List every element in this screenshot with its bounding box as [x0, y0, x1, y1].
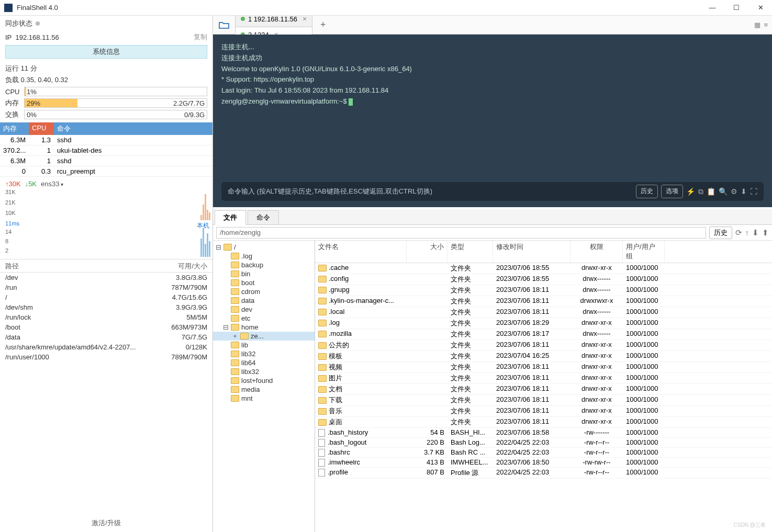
file-row[interactable]: .local文件夹2023/07/06 18:11drwx------1000/… [315, 307, 772, 318]
file-row[interactable]: 公共的文件夹2023/07/06 18:11drwxr-xr-x1000/100… [315, 340, 772, 351]
tree-item[interactable]: ⊟/ [213, 243, 315, 252]
disk-row[interactable]: /usr/share/kmre/update/amd64/v2.4-2207..… [0, 342, 212, 352]
tree-item[interactable]: bin [213, 269, 315, 278]
download-icon[interactable]: ⬇ [741, 186, 747, 197]
search-icon[interactable]: 🔍 [719, 186, 728, 197]
process-row[interactable]: 00.3rcu_preempt [0, 166, 212, 177]
path-input[interactable] [216, 227, 706, 239]
app-logo [4, 4, 13, 12]
disk-row[interactable]: /4.7G/15.6G [0, 292, 212, 302]
session-tabs: 1 192.168.11.56×2 1234× + ▦ ≡ [213, 16, 772, 35]
tree-item[interactable]: media [213, 385, 315, 394]
up-icon[interactable]: ↑ [745, 228, 749, 237]
tab-file[interactable]: 文件 [215, 210, 246, 225]
tree-item[interactable]: .log [213, 252, 315, 261]
folder-icon [231, 297, 239, 304]
tree-item[interactable]: cdrom [213, 287, 315, 296]
file-row[interactable]: .kylin-os-manager-c...文件夹2023/07/06 18:1… [315, 296, 772, 307]
folder-icon [318, 276, 327, 282]
disk-row[interactable]: /dev3.8G/3.8G [0, 273, 212, 282]
file-icon [318, 459, 325, 467]
bolt-icon[interactable]: ⚡ [686, 186, 695, 197]
close-button[interactable]: ✕ [753, 3, 768, 13]
folder-icon [231, 315, 239, 322]
file-row[interactable]: 音乐文件夹2023/07/06 18:11drwxr-xr-x1000/1000 [315, 406, 772, 417]
file-row[interactable]: 图片文件夹2023/07/06 18:11drwxr-xr-x1000/1000 [315, 373, 772, 384]
disk-row[interactable]: /run/lock5M/5M [0, 312, 212, 322]
system-info-button[interactable]: 系统信息 [5, 45, 207, 59]
folder-icon [231, 279, 239, 286]
paste-icon[interactable]: 📋 [707, 186, 715, 197]
maximize-button[interactable]: ☐ [729, 3, 744, 13]
disk-row[interactable]: /data7G/7.5G [0, 332, 212, 342]
file-row[interactable]: .imwheelrc413 BIMWHEEL...2023/07/06 18:5… [315, 458, 772, 468]
tree-item[interactable]: lib [213, 341, 315, 349]
command-input-bar: 命令输入 (按ALT键提示历史,TAB键路径,ESC键返回,双击CTRL切换) … [221, 182, 764, 201]
file-row[interactable]: .bashrc3.7 KBBash RC ...2022/04/25 22:03… [315, 448, 772, 458]
disk-row[interactable]: /run787M/790M [0, 282, 212, 292]
tree-item[interactable]: backup [213, 261, 315, 269]
file-row[interactable]: .bash_history54 BBASH_HI...2023/07/06 18… [315, 428, 772, 438]
tree-item[interactable]: mnt [213, 394, 315, 403]
process-row[interactable]: 370.2...1ukui-tablet-des [0, 145, 212, 156]
terminal-line: Welcome to openKylin 1.0 (GNU/Linux 6.1.… [221, 64, 764, 75]
options-button[interactable]: 选项 [661, 185, 683, 198]
fullscreen-icon[interactable]: ⛶ [750, 186, 757, 197]
terminal[interactable]: 连接主机...连接主机成功Welcome to openKylin 1.0 (G… [213, 35, 772, 207]
tree-item[interactable]: libx32 [213, 367, 315, 376]
file-row[interactable]: .bash_logout220 BBash Log...2022/04/25 2… [315, 438, 772, 448]
path-bar: 历史 ⟳ ↑ ⬇ ⬆ [213, 225, 772, 241]
download-file-icon[interactable]: ⬇ [752, 228, 759, 237]
file-row[interactable]: 模板文件夹2023/07/04 16:25drwxr-xr-x1000/1000 [315, 351, 772, 362]
session-tab[interactable]: 1 192.168.11.56× [235, 16, 312, 27]
tree-item[interactable]: boot [213, 278, 315, 287]
command-hint: 命令输入 (按ALT键提示历史,TAB键路径,ESC键返回,双击CTRL切换) [228, 186, 432, 197]
gear-icon[interactable]: ⚙ [731, 186, 737, 197]
net-interface-select[interactable]: ens33 [41, 180, 63, 188]
file-row[interactable]: 视频文件夹2023/07/06 18:11drwxr-xr-x1000/1000 [315, 362, 772, 373]
tree-item[interactable]: etc [213, 314, 315, 323]
open-folder-icon[interactable] [216, 18, 232, 32]
file-list[interactable]: 文件名 大小 类型 修改时间 权限 用户/用户组 .cache文件夹2023/0… [315, 241, 772, 532]
menu-icon[interactable]: ≡ [764, 21, 768, 29]
file-row[interactable]: .cache文件夹2023/07/06 18:55drwxr-xr-x1000/… [315, 263, 772, 274]
file-row[interactable]: 桌面文件夹2023/07/06 18:11drwxr-xr-x1000/1000 [315, 417, 772, 428]
tree-item[interactable]: lib32 [213, 349, 315, 358]
file-row[interactable]: .config文件夹2023/07/06 18:55drwx------1000… [315, 274, 772, 285]
tree-item[interactable]: data [213, 296, 315, 305]
file-row[interactable]: .profile807 BProfile 源2022/04/25 22:03-r… [315, 468, 772, 479]
file-row[interactable]: .gnupg文件夹2023/07/06 18:11drwx------1000/… [315, 285, 772, 296]
tree-item[interactable]: dev [213, 305, 315, 314]
tab-cmd[interactable]: 命令 [248, 210, 279, 225]
disk-row[interactable]: /boot663M/973M [0, 322, 212, 332]
folder-icon [318, 375, 327, 382]
folder-tree[interactable]: ⊟/.logbackupbinbootcdromdatadevetc⊟home+… [213, 241, 315, 532]
folder-icon [231, 262, 239, 268]
process-row[interactable]: 6.3M1.3sshd [0, 135, 212, 145]
new-tab-button[interactable]: + [317, 19, 329, 31]
minimize-button[interactable]: — [705, 3, 720, 13]
file-row[interactable]: .log文件夹2023/07/06 18:29drwxr-xr-x1000/10… [315, 318, 772, 329]
disk-row[interactable]: /run/user/1000789M/790M [0, 352, 212, 362]
copy-button[interactable]: 复制 [194, 32, 207, 42]
upload-file-icon[interactable]: ⬆ [762, 228, 769, 237]
file-row[interactable]: 文档文件夹2023/07/06 18:11drwxr-xr-x1000/1000 [315, 384, 772, 395]
folder-icon [231, 377, 239, 384]
file-row[interactable]: 下载文件夹2023/07/06 18:11drwxr-xr-x1000/1000 [315, 395, 772, 406]
path-history-button[interactable]: 历史 [709, 227, 732, 239]
process-header: 内存 CPU 命令 [0, 122, 212, 135]
process-row[interactable]: 6.3M1sshd [0, 156, 212, 166]
tree-item[interactable]: lost+found [213, 376, 315, 385]
copy-icon[interactable]: ⧉ [698, 186, 703, 197]
refresh-icon[interactable]: ⟳ [735, 228, 742, 237]
disk-row[interactable]: /dev/shm3.9G/3.9G [0, 302, 212, 312]
close-tab-icon[interactable]: × [303, 16, 307, 23]
grid-view-icon[interactable]: ▦ [754, 21, 760, 29]
tree-item[interactable]: +ze... [213, 332, 315, 341]
tree-item[interactable]: ⊟home [213, 323, 315, 332]
file-row[interactable]: .mozilla文件夹2023/07/06 18:17drwx------100… [315, 329, 772, 340]
history-button[interactable]: 历史 [636, 185, 658, 198]
tree-item[interactable]: lib64 [213, 358, 315, 367]
upgrade-link[interactable]: 激活/升级 [0, 514, 212, 532]
file-list-header: 文件名 大小 类型 修改时间 权限 用户/用户组 [315, 241, 772, 263]
